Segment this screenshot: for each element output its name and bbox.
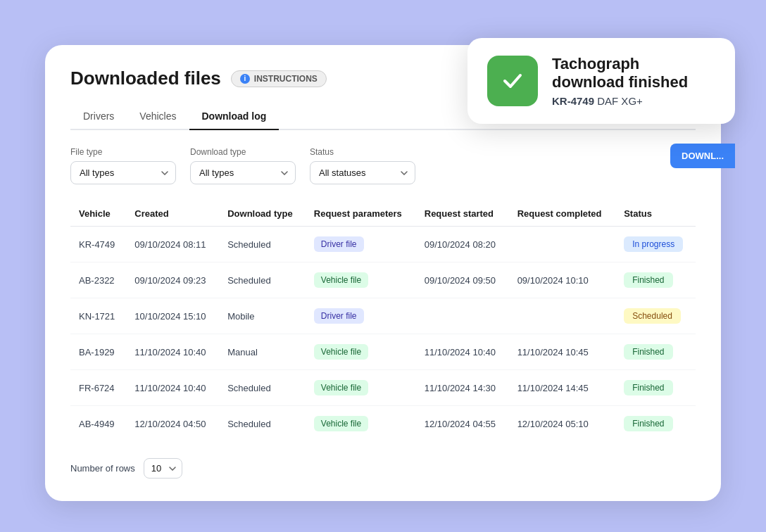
cell-download-type: Mobile [219, 298, 306, 334]
cell-vehicle: KN-1721 [70, 298, 126, 334]
cell-download-type: Manual [219, 334, 306, 370]
filters-row: File type All types Download type All ty… [70, 147, 696, 184]
cell-created: 10/10/2024 15:10 [126, 298, 219, 334]
filter-download-type: Download type All types [190, 147, 296, 184]
col-request-completed: Request completed [509, 201, 616, 227]
tab-drivers[interactable]: Drivers [70, 103, 127, 130]
cell-request-started: 11/10/2024 10:40 [416, 334, 509, 370]
cell-request-params: Driver file [306, 298, 416, 334]
table-row: FR-6724 11/10/2024 10:40 Scheduled Vehic… [70, 370, 696, 406]
notification-text: Tachographdownload finished KR-4749 DAF … [552, 55, 688, 107]
table-row: AB-4949 12/10/2024 04:50 Scheduled Vehic… [70, 406, 696, 442]
col-created: Created [126, 201, 219, 227]
data-table-container: Vehicle Created Download type Request pa… [70, 201, 696, 441]
cell-status: Finished [615, 262, 696, 298]
cell-download-type: Scheduled [219, 406, 306, 442]
table-row: AB-2322 09/10/2024 09:23 Scheduled Vehic… [70, 262, 696, 298]
tab-vehicles[interactable]: Vehicles [127, 103, 189, 130]
cell-request-started: 09/10/2024 08:20 [416, 227, 509, 262]
filter-file-type: File type All types [70, 147, 176, 184]
cell-request-started: 09/10/2024 09:50 [416, 262, 509, 298]
cell-request-completed: 11/10/2024 10:45 [509, 334, 616, 370]
cell-request-params: Vehicle file [306, 370, 416, 406]
cell-download-type: Scheduled [219, 227, 306, 262]
instructions-label: INSTRUCTIONS [254, 74, 318, 84]
cell-request-started: 11/10/2024 14:30 [416, 370, 509, 406]
table-row: KN-1721 10/10/2024 15:10 Mobile Driver f… [70, 298, 696, 334]
instructions-button[interactable]: i INSTRUCTIONS [231, 70, 327, 87]
cell-request-params: Vehicle file [306, 334, 416, 370]
cell-request-completed: 09/10/2024 10:10 [509, 262, 616, 298]
col-download-type: Download type [219, 201, 306, 227]
cell-status: Finished [615, 406, 696, 442]
cell-vehicle: BA-1929 [70, 334, 126, 370]
cell-status: Finished [615, 334, 696, 370]
cell-request-completed: 12/10/2024 05:10 [509, 406, 616, 442]
page-title: Downloaded files [70, 68, 221, 89]
cell-request-params: Vehicle file [306, 262, 416, 298]
cell-vehicle: AB-2322 [70, 262, 126, 298]
cell-request-params: Vehicle file [306, 406, 416, 442]
notification-subtitle: KR-4749 DAF XG+ [552, 95, 688, 107]
cell-vehicle: KR-4749 [70, 227, 126, 262]
cell-request-completed [509, 298, 616, 334]
status-filter-label: Status [310, 147, 415, 157]
table-footer: Number of rows 10 [70, 458, 696, 479]
tab-download-log[interactable]: Download log [189, 103, 280, 130]
main-card: Tachographdownload finished KR-4749 DAF … [45, 45, 721, 501]
status-select[interactable]: All statuses [310, 161, 415, 184]
download-type-label: Download type [190, 147, 296, 157]
cell-vehicle: FR-6724 [70, 370, 126, 406]
table-row: BA-1929 11/10/2024 10:40 Manual Vehicle … [70, 334, 696, 370]
notification-title: Tachographdownload finished [552, 55, 688, 92]
info-icon: i [240, 74, 250, 84]
download-bar: DOWNL... [670, 144, 735, 168]
download-log-table: Vehicle Created Download type Request pa… [70, 201, 696, 441]
col-request-started: Request started [416, 201, 509, 227]
cell-created: 09/10/2024 09:23 [126, 262, 219, 298]
notification-card: Tachographdownload finished KR-4749 DAF … [467, 38, 735, 124]
table-row: KR-4749 09/10/2024 08:11 Scheduled Drive… [70, 227, 696, 262]
table-header-row: Vehicle Created Download type Request pa… [70, 201, 696, 227]
cell-created: 09/10/2024 08:11 [126, 227, 219, 262]
cell-request-completed [509, 227, 616, 262]
cell-download-type: Scheduled [219, 262, 306, 298]
download-type-select[interactable]: All types [190, 161, 296, 184]
cell-request-completed: 11/10/2024 14:45 [509, 370, 616, 406]
cell-created: 11/10/2024 10:40 [126, 370, 219, 406]
cell-download-type: Scheduled [219, 370, 306, 406]
cell-created: 11/10/2024 10:40 [126, 334, 219, 370]
notification-icon [487, 56, 538, 106]
col-status: Status [615, 201, 696, 227]
checkmark-icon [500, 68, 525, 94]
col-vehicle: Vehicle [70, 201, 126, 227]
cell-status: Finished [615, 370, 696, 406]
cell-status: In progress [615, 227, 696, 262]
cell-request-started [416, 298, 509, 334]
cell-request-params: Driver file [306, 227, 416, 262]
cell-status: Scheduled [615, 298, 696, 334]
cell-vehicle: AB-4949 [70, 406, 126, 442]
rows-label: Number of rows [70, 463, 135, 474]
col-request-params: Request parameters [306, 201, 416, 227]
cell-request-started: 12/10/2024 04:55 [416, 406, 509, 442]
file-type-label: File type [70, 147, 176, 157]
cell-created: 12/10/2024 04:50 [126, 406, 219, 442]
filter-status: Status All statuses [310, 147, 415, 184]
file-type-select[interactable]: All types [70, 161, 176, 184]
rows-per-page-select[interactable]: 10 [144, 458, 182, 479]
